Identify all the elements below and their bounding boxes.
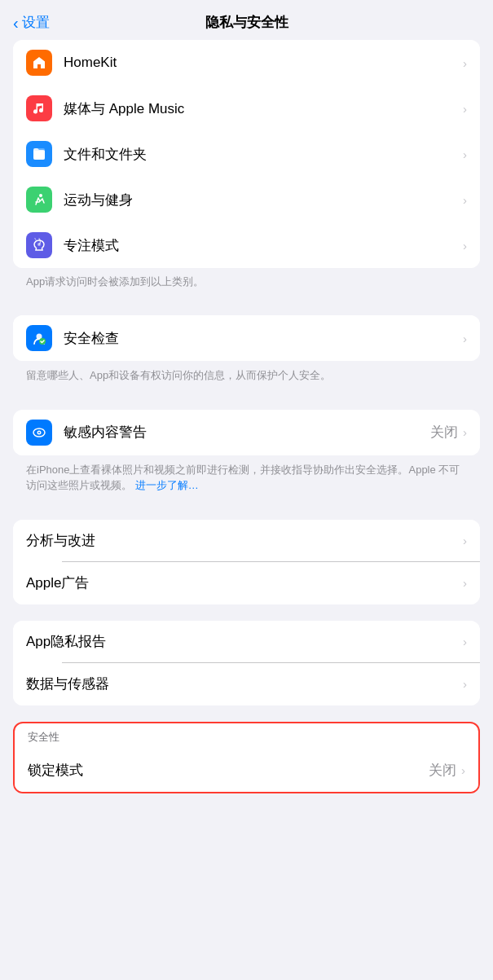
lockdown-mode-label: 锁定模式: [28, 761, 429, 780]
safety-check-card: 安全检查 ›: [13, 315, 480, 361]
data-sensors-label: 数据与传感器: [26, 675, 463, 693]
lockdown-mode-chevron: ›: [461, 763, 465, 777]
analytics-label: 分析与改进: [26, 531, 463, 550]
lockdown-mode-value: 关闭: [429, 761, 456, 780]
data-sensors-item[interactable]: 数据与传感器 ›: [13, 663, 480, 705]
safety-check-chevron: ›: [463, 332, 467, 345]
svg-point-7: [38, 432, 40, 433]
fitness-label: 运动与健身: [64, 191, 463, 209]
lockdown-mode-item[interactable]: 锁定模式 关闭 ›: [15, 749, 478, 792]
files-label: 文件和文件夹: [64, 145, 463, 164]
apple-ads-chevron: ›: [463, 576, 467, 590]
focus-item[interactable]: 专注模式 ›: [13, 222, 480, 268]
svg-point-1: [39, 194, 42, 197]
music-label: 媒体与 Apple Music: [64, 99, 463, 118]
music-item[interactable]: 媒体与 Apple Music ›: [13, 86, 480, 131]
sensitive-card: 敏感内容警告 关闭 ›: [13, 410, 480, 455]
sensitive-icon: [26, 420, 52, 446]
sensitive-value: 关闭: [430, 423, 458, 442]
app-privacy-report-label: App隐私报告: [26, 632, 463, 651]
safety-check-item[interactable]: 安全检查 ›: [13, 315, 480, 361]
security-section: 安全性 锁定模式 关闭 ›: [0, 722, 493, 793]
analytics-item[interactable]: 分析与改进 ›: [13, 520, 480, 562]
back-label: 设置: [22, 13, 50, 32]
back-button[interactable]: ‹ 设置: [13, 13, 50, 32]
focus-chevron: ›: [463, 239, 467, 253]
homekit-label: HomeKit: [64, 55, 463, 71]
sensitive-label: 敏感内容警告: [64, 423, 430, 442]
data-sensors-chevron: ›: [463, 677, 467, 691]
analytics-chevron: ›: [463, 534, 467, 547]
categories-note: App请求访问时会被添加到以上类别。: [0, 268, 493, 299]
back-chevron-icon: ‹: [13, 15, 19, 31]
apple-ads-label: Apple广告: [26, 573, 463, 592]
sensitive-description: 在iPhone上查看裸体照片和视频之前即进行检测，并接收指导协助作出安全选择。A…: [0, 455, 493, 503]
fitness-item[interactable]: 运动与健身 ›: [13, 177, 480, 222]
privacy-section: App隐私报告 › 数据与传感器 ›: [0, 621, 493, 705]
files-chevron: ›: [463, 147, 467, 161]
music-chevron: ›: [463, 102, 467, 116]
homekit-icon: [26, 50, 52, 76]
fitness-icon: [26, 187, 52, 213]
music-icon: [26, 95, 52, 121]
security-highlighted-card: 安全性 锁定模式 关闭 ›: [13, 722, 480, 793]
safety-check-label: 安全检查: [64, 329, 463, 348]
files-icon: [26, 141, 52, 167]
page-header: ‹ 设置 隐私与安全性: [0, 0, 493, 40]
security-section-header: 安全性: [15, 723, 478, 749]
safety-check-icon: [26, 325, 52, 351]
page-title: 隐私与安全性: [205, 13, 288, 32]
app-privacy-report-chevron: ›: [463, 635, 467, 648]
homekit-chevron: ›: [463, 56, 467, 70]
focus-label: 专注模式: [64, 236, 463, 255]
safety-check-description: 留意哪些人、App和设备有权访问你的信息，从而保护个人安全。: [0, 361, 493, 393]
safety-check-section: 安全检查 › 留意哪些人、App和设备有权访问你的信息，从而保护个人安全。: [0, 315, 493, 393]
sensitive-learn-more-link[interactable]: 进一步了解…: [135, 479, 199, 491]
privacy-card: App隐私报告 › 数据与传感器 ›: [13, 621, 480, 705]
sensitive-content-item[interactable]: 敏感内容警告 关闭 ›: [13, 410, 480, 455]
sensitive-section: 敏感内容警告 关闭 › 在iPhone上查看裸体照片和视频之前即进行检测，并接收…: [0, 410, 493, 503]
files-item[interactable]: 文件和文件夹 ›: [13, 131, 480, 177]
apple-ads-item[interactable]: Apple广告 ›: [13, 562, 480, 604]
fitness-chevron: ›: [463, 193, 467, 207]
sensitive-chevron: ›: [463, 425, 467, 439]
app-privacy-report-item[interactable]: App隐私报告 ›: [13, 621, 480, 663]
app-categories-section: HomeKit › 媒体与 Apple Music › 文件和文件夹 ›: [0, 40, 493, 299]
analytics-card: 分析与改进 › Apple广告 ›: [13, 520, 480, 604]
focus-icon: [26, 232, 52, 258]
app-categories-card: HomeKit › 媒体与 Apple Music › 文件和文件夹 ›: [13, 40, 480, 268]
homekit-item[interactable]: HomeKit ›: [13, 40, 480, 86]
analytics-section: 分析与改进 › Apple广告 ›: [0, 520, 493, 604]
